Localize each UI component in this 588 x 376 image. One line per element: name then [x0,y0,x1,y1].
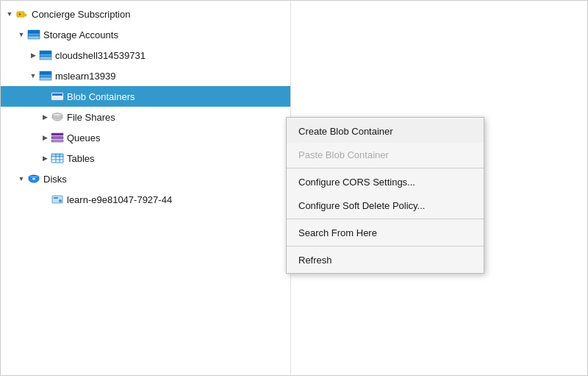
cloudshell-icon [39,49,52,62]
svg-rect-12 [40,77,51,80]
tree-node-disk-item[interactable]: learn-e9e81047-7927-44 [1,189,290,210]
tree-node-file-shares[interactable]: File Shares [1,107,290,127]
disks-label: Disks [43,174,67,185]
svg-point-1 [19,13,21,15]
queues-icon [51,131,64,144]
file-shares-icon [51,110,64,124]
search-from-here-label: Search From Here [298,227,377,238]
svg-rect-6 [28,36,40,39]
svg-rect-21 [51,140,63,142]
blob-containers-label: Blob Containers [67,91,135,102]
paste-blob-container-label: Paste Blob Container [298,149,389,160]
expander-cloudshell[interactable] [27,49,39,61]
tree-panel: Concierge Subscription Storage Accounts [1,1,291,375]
tree-node-mslearn[interactable]: mslearn13939 [1,65,290,86]
svg-rect-10 [40,71,51,74]
expander-disks[interactable] [15,173,27,185]
blob-containers-icon [51,90,64,103]
cloudshell-label: cloudshell314539731 [55,50,146,61]
refresh-label: Refresh [298,255,332,266]
subscription-label: Concierge Subscription [32,9,130,20]
configure-soft-delete-label: Configure Soft Delete Policy... [298,200,425,211]
svg-rect-7 [40,51,51,54]
context-menu-item-configure-cors[interactable]: Configure CORS Settings... [287,170,484,194]
context-menu-item-configure-soft-delete[interactable]: Configure Soft Delete Policy... [287,194,484,217]
tree-node-cloudshell[interactable]: cloudshell314539731 [1,45,290,65]
context-menu-item-refresh[interactable]: Refresh [287,248,484,272]
tables-label: Tables [67,153,95,164]
expander-storage-accounts[interactable] [15,29,27,40]
svg-rect-16 [52,99,62,100]
context-menu-separator-1 [287,168,484,169]
create-blob-container-label: Create Blob Container [298,126,393,137]
context-menu-separator-3 [287,246,484,246]
svg-rect-8 [40,54,51,57]
svg-rect-11 [40,74,51,77]
configure-cors-label: Configure CORS Settings... [298,177,415,188]
tree-node-subscription[interactable]: Concierge Subscription [1,4,290,24]
svg-rect-5 [28,33,40,36]
svg-rect-32 [54,197,58,199]
tree-node-storage-accounts[interactable]: Storage Accounts [1,24,290,45]
tree-node-disks[interactable]: Disks [1,169,290,189]
expander-mslearn[interactable] [27,70,39,82]
svg-rect-14 [52,93,62,96]
svg-rect-9 [40,57,51,60]
svg-point-30 [32,177,36,180]
file-shares-label: File Shares [67,112,115,123]
svg-point-18 [52,113,62,116]
tree-node-queues[interactable]: Queues [1,127,290,148]
svg-rect-15 [52,96,62,98]
storage-accounts-icon [27,28,40,41]
mslearn-label: mslearn13939 [55,71,115,82]
expander-file-shares[interactable] [39,111,51,123]
tree-node-tables[interactable]: Tables [1,148,290,169]
context-menu-item-search-from-here[interactable]: Search From Here [287,221,484,244]
expander-queues[interactable] [39,132,51,143]
svg-rect-27 [51,154,63,157]
storage-accounts-label: Storage Accounts [43,29,118,40]
key-icon [15,7,29,21]
svg-rect-3 [25,15,26,17]
svg-rect-19 [51,133,63,135]
expander-subscription[interactable] [4,8,15,20]
expander-tables[interactable] [39,152,51,164]
context-menu-item-paste-blob: Paste Blob Container [287,143,484,166]
queues-label: Queues [67,132,101,143]
mslearn-icon [39,69,52,82]
tables-icon [51,152,64,165]
disk-item-icon [51,193,64,206]
context-menu-separator-2 [287,219,484,219]
disk-item-label: learn-e9e81047-7927-44 [67,194,172,205]
main-container: Concierge Subscription Storage Accounts [0,0,588,376]
svg-rect-20 [51,137,63,139]
tree-node-blob-containers[interactable]: Blob Containers [1,86,290,107]
svg-point-33 [59,199,62,202]
context-menu: Create Blob Container Paste Blob Contain… [286,117,484,274]
context-menu-item-create-blob[interactable]: Create Blob Container [287,119,484,143]
svg-rect-4 [28,30,40,33]
disks-icon [27,172,40,185]
